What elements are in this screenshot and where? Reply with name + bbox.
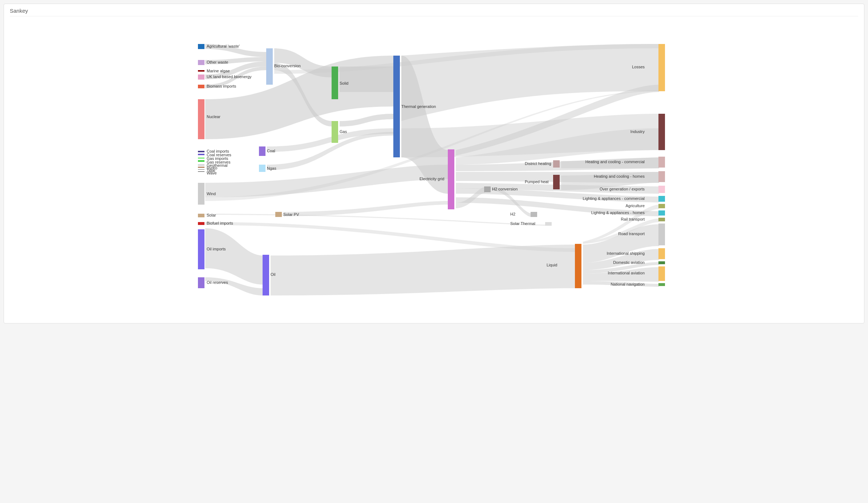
- label-coal-node: Coal: [267, 149, 275, 153]
- label-other-waste: Other waste: [207, 60, 228, 64]
- label-biomass-imports: Biomass imports: [207, 84, 236, 88]
- node-over-generation: [658, 186, 665, 193]
- node-hydro: [198, 167, 204, 168]
- node-solar: [198, 214, 204, 217]
- label-ngas: Ngas: [267, 166, 276, 170]
- node-thermal-gen: [393, 56, 400, 157]
- node-heating-commercial: [658, 157, 665, 168]
- sankey-card: Sankey .lbl { font-size: 11px; fill: #33…: [4, 4, 864, 323]
- label-over-generation: Over generation / exports: [600, 187, 645, 191]
- label-intl-aviation: International aviation: [608, 271, 645, 275]
- label-oil-node: Oil: [271, 272, 275, 277]
- label-oil-imports: Oil imports: [207, 247, 226, 251]
- node-agriculture: [658, 204, 665, 208]
- node-h2-conv: [484, 186, 491, 192]
- label-bio-conversion: Bio-conversion: [274, 64, 301, 68]
- node-marine-algae: [198, 70, 204, 72]
- node-losses: [658, 44, 665, 91]
- node-oil-imports: [198, 229, 204, 269]
- node-gas: [332, 121, 338, 143]
- label-road-transport: Road transport: [618, 232, 645, 236]
- label-intl-shipping: International shipping: [607, 251, 645, 255]
- node-coal: [259, 146, 265, 156]
- node-district-heating: [553, 160, 560, 168]
- node-lighting-commercial: [658, 196, 665, 202]
- label-industry: Industry: [630, 129, 645, 134]
- label-solar-thermal: Solar Thermal: [510, 221, 535, 226]
- node-liquid: [575, 244, 581, 288]
- node-coal-imports: [198, 151, 204, 152]
- label-gas-node: Gas: [340, 129, 347, 134]
- label-wave: Wave: [207, 171, 217, 175]
- label-agriculture: Agriculture: [625, 204, 645, 208]
- node-rail-transport: [658, 218, 665, 221]
- node-domestic-aviation: [658, 261, 665, 264]
- node-industry: [658, 114, 665, 150]
- sankey-svg: .lbl { font-size: 11px; fill: #333; font…: [10, 19, 858, 317]
- node-biofuel-imports: [198, 222, 204, 225]
- label-district-heating: District heating: [525, 161, 551, 166]
- card-title: Sankey: [10, 8, 858, 16]
- node-intl-shipping: [658, 248, 665, 259]
- node-gas-reserves: [198, 160, 204, 162]
- label-pumped-heat: Pumped heat: [525, 180, 548, 184]
- node-pumped-heat: [553, 175, 560, 189]
- label-solid: Solid: [340, 81, 348, 85]
- label-thermal-gen: Thermal generation: [401, 104, 436, 109]
- node-wave: [198, 171, 204, 172]
- node-road-transport: [658, 224, 665, 245]
- node-other-waste: [198, 60, 204, 65]
- label-uk-land: UK land based bioenergy: [207, 75, 252, 79]
- node-solar-thermal: [545, 222, 552, 226]
- label-heating-homes: Heating and cooling - homes: [594, 174, 645, 178]
- label-nuclear: Nuclear: [207, 114, 220, 119]
- node-agri-waste: [198, 44, 204, 49]
- label-h2-out: H2: [510, 212, 515, 216]
- node-ngas: [259, 165, 265, 172]
- node-nuclear: [198, 99, 204, 139]
- label-lighting-homes: Lighting & appliances - homes: [591, 210, 645, 215]
- label-liquid: Liquid: [547, 263, 557, 267]
- node-elec-grid: [448, 149, 454, 209]
- label-national-navigation: National navigation: [611, 282, 645, 286]
- node-h2-out: [531, 212, 537, 217]
- node-uk-land: [198, 75, 204, 80]
- node-solar-pv: [275, 212, 282, 217]
- node-oil: [263, 255, 269, 295]
- label-solar-pv: Solar PV: [283, 212, 299, 217]
- label-biofuel-imports: Biofuel imports: [207, 221, 233, 225]
- label-marine-algae: Marine algae: [207, 69, 230, 73]
- node-coal-reserves: [198, 154, 204, 155]
- label-domestic-aviation: Domestic aviation: [613, 260, 645, 265]
- node-geothermal: [198, 165, 204, 165]
- label-wind: Wind: [207, 192, 216, 196]
- label-lighting-commercial: Lighting & appliances - commercial: [583, 196, 645, 201]
- sankey-container: .lbl { font-size: 11px; fill: #333; font…: [10, 19, 858, 317]
- node-lighting-homes: [658, 210, 665, 216]
- node-tidal: [198, 169, 204, 170]
- node-oil-reserves: [198, 277, 204, 288]
- node-solid: [332, 67, 338, 99]
- node-bio-conversion: [266, 48, 273, 85]
- label-agri-waste: Agricultural 'waste': [207, 44, 240, 48]
- node-national-navigation: [658, 283, 665, 286]
- label-oil-reserves: Oil reserves: [207, 280, 228, 285]
- node-wind: [198, 183, 204, 205]
- label-heating-commercial: Heating and cooling - commercial: [585, 160, 645, 164]
- label-losses: Losses: [632, 65, 645, 69]
- node-intl-aviation: [658, 266, 665, 281]
- label-rail-transport: Rail transport: [621, 217, 645, 221]
- label-h2-conv: H2 conversion: [492, 187, 518, 191]
- label-solar: Solar: [207, 213, 216, 217]
- node-gas-imports: [198, 157, 204, 159]
- node-biomass-imports: [198, 85, 204, 88]
- node-heating-homes: [658, 171, 665, 182]
- label-elec-grid: Electricity grid: [419, 177, 444, 181]
